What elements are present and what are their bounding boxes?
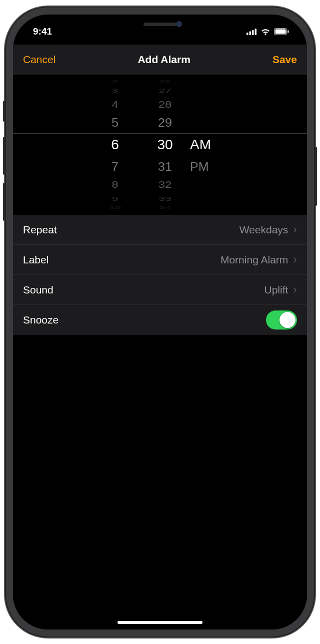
picker-minute-item[interactable]: 34: [140, 206, 190, 210]
row-value: Weekdays: [240, 224, 288, 236]
picker-minute-item[interactable]: 33: [140, 195, 190, 202]
volume-down-button[interactable]: [3, 183, 5, 221]
front-camera: [176, 21, 182, 27]
page-title: Add Alarm: [138, 54, 190, 66]
row-sound[interactable]: Sound Uplift ›: [13, 275, 307, 305]
row-label: Sound: [23, 284, 54, 296]
volume-up-button[interactable]: [3, 137, 5, 175]
toggle-knob: [280, 312, 296, 328]
picker-hour-item[interactable]: 9: [90, 195, 140, 202]
notch: [95, 15, 225, 34]
earpiece: [144, 23, 176, 26]
picker-period-column[interactable]: AM PM: [190, 75, 230, 215]
row-repeat[interactable]: Repeat Weekdays ›: [13, 215, 307, 245]
picker-hour-item[interactable]: 5: [90, 116, 140, 130]
picker-hour-item[interactable]: 3: [90, 87, 140, 94]
svg-point-4: [264, 34, 266, 35]
row-value: Morning Alarm: [220, 254, 288, 266]
status-time: 9:41: [33, 26, 52, 37]
cellular-icon: [246, 29, 257, 35]
row-label: Snooze: [23, 314, 58, 326]
picker-period-selected[interactable]: AM: [190, 137, 230, 153]
picker-minute-item[interactable]: 32: [140, 180, 190, 190]
picker-hour-item[interactable]: 2: [90, 80, 140, 84]
screen: 9:41 Cancel Add Alarm Save 2 3 4 5 6 7 8: [13, 15, 307, 629]
chevron-right-icon: ›: [293, 223, 297, 236]
status-icons: [246, 28, 289, 35]
row-label[interactable]: Label Morning Alarm ›: [13, 245, 307, 275]
picker-hour-column[interactable]: 2 3 4 5 6 7 8 9 10: [90, 75, 140, 215]
svg-rect-7: [288, 31, 289, 33]
picker-minute-item[interactable]: 29: [140, 116, 190, 130]
picker-period-item[interactable]: PM: [190, 160, 230, 174]
picker-minute-item[interactable]: 31: [140, 160, 190, 174]
picker-hour-item[interactable]: 7: [90, 160, 140, 174]
silent-switch[interactable]: [3, 101, 5, 122]
svg-rect-0: [246, 33, 248, 35]
cancel-button[interactable]: Cancel: [23, 54, 56, 66]
svg-rect-3: [255, 29, 257, 35]
picker-minute-item[interactable]: 26: [140, 80, 190, 84]
picker-minute-item[interactable]: 28: [140, 100, 190, 110]
row-value: Uplift: [264, 284, 288, 296]
row-label: Repeat: [23, 224, 57, 236]
content-spacer: [13, 335, 307, 629]
nav-bar: Cancel Add Alarm Save: [13, 45, 307, 75]
side-button[interactable]: [315, 147, 317, 206]
svg-rect-1: [250, 31, 252, 35]
wifi-icon: [260, 28, 270, 35]
snooze-toggle[interactable]: [266, 310, 297, 330]
row-snooze: Snooze: [13, 305, 307, 335]
picker-hour-selected[interactable]: 6: [90, 137, 140, 153]
picker-hour-item[interactable]: 8: [90, 180, 140, 190]
home-indicator[interactable]: [118, 621, 202, 624]
chevron-right-icon: ›: [293, 253, 297, 266]
save-button[interactable]: Save: [272, 54, 297, 66]
picker-minute-selected[interactable]: 30: [140, 137, 190, 153]
time-picker[interactable]: 2 3 4 5 6 7 8 9 10 26 27 28 29 30 31 32 …: [13, 75, 307, 215]
picker-minute-item[interactable]: 27: [140, 87, 190, 94]
picker-minute-column[interactable]: 26 27 28 29 30 31 32 33 34: [140, 75, 190, 215]
picker-hour-item[interactable]: 10: [90, 206, 140, 210]
settings-list: Repeat Weekdays › Label Morning Alarm › …: [13, 215, 307, 335]
picker-hour-item[interactable]: 4: [90, 100, 140, 110]
chevron-right-icon: ›: [293, 283, 297, 296]
svg-rect-6: [276, 30, 286, 34]
svg-rect-2: [252, 30, 254, 35]
battery-icon: [274, 28, 289, 35]
row-label: Label: [23, 254, 48, 266]
device-frame: 9:41 Cancel Add Alarm Save 2 3 4 5 6 7 8: [5, 7, 315, 637]
